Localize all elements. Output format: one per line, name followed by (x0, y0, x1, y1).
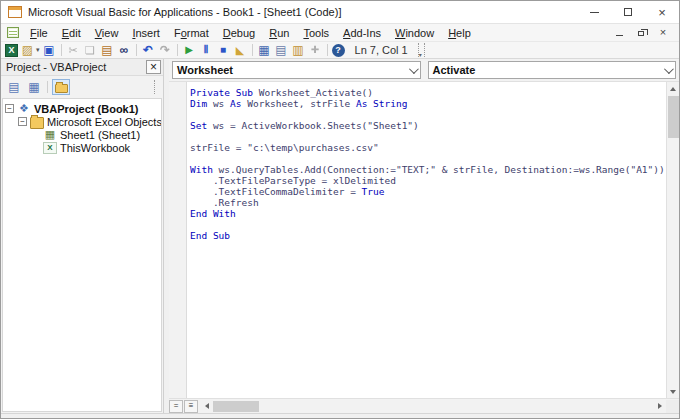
procedure-dropdown[interactable]: Activate (428, 61, 677, 79)
menu-file[interactable]: File (23, 25, 55, 41)
mdi-minimize-icon (616, 35, 623, 36)
maximize-button[interactable] (611, 1, 645, 23)
menu-run[interactable]: Run (262, 25, 296, 41)
window-title: Microsoft Visual Basic for Applications … (28, 6, 341, 18)
menu-debug[interactable]: Debug (216, 25, 262, 41)
arrow-down-icon (670, 390, 676, 394)
toolbar-overflow-grip[interactable] (418, 43, 425, 57)
mdi-close-button[interactable]: × (657, 27, 669, 39)
code-lines[interactable]: Private Sub Worksheet_Activate()Dim ws A… (187, 82, 666, 398)
menu-insert[interactable]: Insert (125, 25, 167, 41)
main-area: Project - VBAProject × −VBAProject (Book… (1, 59, 679, 413)
code-line: End With (190, 208, 664, 219)
break-button[interactable] (198, 42, 215, 58)
undo-button[interactable] (140, 42, 157, 58)
project-panel-title: Project - VBAProject (6, 61, 146, 73)
close-button[interactable]: × (645, 1, 679, 23)
tree-item-microsoft-excel-objects[interactable]: −Microsoft Excel Objects (5, 115, 159, 128)
tree-item-label: ThisWorkbook (60, 142, 130, 154)
vertical-scrollbar[interactable] (666, 82, 679, 398)
toolbox-button (307, 42, 324, 58)
full-module-view-button[interactable]: ≡ (184, 400, 198, 413)
view-microsoft-excel-button[interactable] (4, 42, 19, 58)
code-window: Worksheet Activate Private Sub Worksheet… (169, 59, 679, 413)
chevron-down-icon (408, 64, 418, 74)
minimize-icon (590, 12, 599, 13)
object-browser-button[interactable] (290, 42, 307, 58)
design-mode-button[interactable] (232, 42, 249, 58)
code-line: With ws.QueryTables.Add(Connection:="TEX… (190, 164, 664, 175)
tree-collapse-icon[interactable]: − (5, 104, 14, 113)
code-line: Set ws = ActiveWorkbook.Sheets("Sheet1") (190, 120, 664, 131)
procedure-dropdown-value: Activate (433, 64, 476, 76)
code-line (190, 131, 664, 142)
paste-button[interactable] (99, 42, 116, 58)
scroll-right-button[interactable] (653, 400, 666, 413)
mdi-restore-button[interactable] (635, 27, 647, 39)
code-keyword: String (373, 98, 407, 109)
code-line: Private Sub Worksheet_Activate() (190, 87, 664, 98)
code-keyword: End With (190, 208, 236, 219)
code-text: Worksheet, strFile (242, 98, 356, 109)
scroll-left-button[interactable] (200, 400, 213, 413)
toolbar-separator (61, 44, 62, 56)
title-bar: Microsoft Visual Basic for Applications … (1, 1, 679, 23)
menu-format[interactable]: Format (167, 25, 216, 41)
help-icon (332, 44, 345, 57)
menu-tools[interactable]: Tools (296, 25, 336, 41)
minimize-button[interactable] (577, 1, 611, 23)
toggle-folders-button[interactable] (52, 79, 70, 95)
menu-window[interactable]: Window (388, 25, 441, 41)
code-text: ws = ActiveWorkbook.Sheets("Sheet1") (207, 120, 419, 131)
save-button[interactable] (41, 42, 58, 58)
code-body: Private Sub Worksheet_Activate()Dim ws A… (169, 82, 679, 398)
folder-icon (30, 117, 44, 129)
vbe-app-icon (8, 6, 22, 18)
tree-item-sheet1-sheet1[interactable]: Sheet1 (Sheet1) (5, 128, 159, 141)
tree-item-thisworkbook[interactable]: ThisWorkbook (5, 141, 159, 154)
code-text: ws.QueryTables.Add(Connection:="TEXT;" &… (213, 164, 665, 175)
project-panel-close-button[interactable]: × (146, 60, 161, 74)
save-icon (42, 43, 57, 57)
help-button[interactable] (331, 42, 346, 58)
project-tree: −VBAProject (Book1)−Microsoft Excel Obje… (2, 98, 162, 412)
tree-item-label: Microsoft Excel Objects (47, 116, 162, 128)
mdi-document-icon (7, 27, 19, 38)
project-explorer-button[interactable] (256, 42, 273, 58)
menu-view[interactable]: View (88, 25, 126, 41)
run-sub-button[interactable] (181, 42, 198, 58)
tree-item-vbaproject-book1[interactable]: −VBAProject (Book1) (5, 102, 159, 115)
menu-help[interactable]: Help (441, 25, 478, 41)
find-button[interactable] (116, 42, 133, 58)
menu-addins[interactable]: Add-Ins (336, 25, 388, 41)
view-code-button[interactable] (5, 79, 23, 95)
maximize-icon (624, 8, 632, 16)
mdi-minimize-button[interactable] (613, 27, 625, 39)
object-dropdown[interactable]: Worksheet (172, 61, 421, 79)
window-controls: × (577, 1, 679, 23)
view-code-icon (7, 80, 22, 94)
tree-collapse-icon[interactable]: − (18, 117, 27, 126)
horizontal-scroll-thumb[interactable] (213, 401, 259, 412)
code-text: .TextFileParseType = xlDelimited (190, 175, 396, 186)
code-line: .TextFileParseType = xlDelimited (190, 175, 664, 186)
scroll-down-button[interactable] (667, 385, 680, 398)
reset-button[interactable] (215, 42, 232, 58)
view-object-button[interactable] (25, 79, 43, 95)
project-panel-toolbar (1, 76, 163, 98)
vertical-scroll-thumb[interactable] (668, 96, 679, 138)
menu-edit[interactable]: Edit (55, 25, 88, 41)
toolbar-buttons: ▾ (4, 42, 346, 58)
scroll-up-button[interactable] (667, 82, 680, 95)
project-icon (17, 103, 31, 115)
procedure-view-button[interactable]: = (169, 400, 183, 413)
insert-userform-button[interactable]: ▾ (19, 42, 41, 58)
reset-icon (216, 43, 231, 57)
code-text: .Refresh (190, 197, 259, 208)
panel-toolbar-grip (154, 80, 159, 94)
tree-item-label: Sheet1 (Sheet1) (60, 129, 140, 141)
horizontal-scrollbar[interactable] (200, 400, 666, 413)
code-margin-indicator-bar[interactable] (169, 82, 187, 398)
project-explorer-panel: Project - VBAProject × −VBAProject (Book… (1, 59, 164, 413)
properties-window-button[interactable] (273, 42, 290, 58)
